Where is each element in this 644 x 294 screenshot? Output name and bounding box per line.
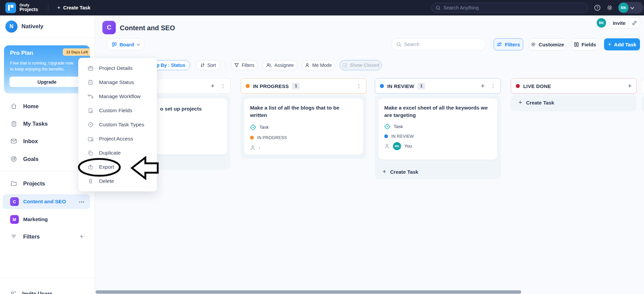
trial-days-badge: 13 Days Left — [63, 48, 90, 56]
add-filter-icon[interactable]: + — [80, 233, 84, 241]
fields-icon — [574, 42, 579, 47]
filters-button[interactable]: Filters — [494, 38, 523, 50]
menu-item-project-access[interactable]: Project Access — [79, 132, 157, 146]
invite-users-button[interactable]: Invite Users — [0, 278, 95, 294]
task-card[interactable]: Make a excel sheet of all the keywords w… — [378, 98, 497, 160]
task-status-label: IN REVIEW — [391, 134, 414, 139]
users-icon — [266, 63, 272, 68]
project-more-icon[interactable]: ••• — [79, 199, 85, 204]
goals-icon — [10, 156, 17, 162]
settings-button[interactable] — [605, 3, 615, 13]
workspace-switcher[interactable]: N Natively — [0, 15, 95, 38]
customize-button[interactable]: Customize — [529, 38, 566, 50]
trash-icon — [87, 178, 94, 184]
task-type-icon — [384, 124, 390, 130]
workspace-name: Natively — [21, 23, 43, 30]
topbar-divider — [48, 4, 48, 11]
project-name: Marketing — [23, 216, 48, 222]
kebab-menu-icon[interactable]: ⋮ — [491, 83, 496, 89]
sidebar-item-filters[interactable]: Filters + — [0, 229, 95, 244]
me-mode-label: Me Mode — [312, 62, 332, 68]
help-icon: ? — [594, 4, 601, 11]
board-search-input[interactable] — [404, 42, 481, 47]
project-context-menu: Project Details Manage Status Manage Wor… — [78, 58, 157, 192]
board-search[interactable] — [391, 38, 486, 50]
top-bar: Orufy Projects + Create Task ? RK — [0, 0, 644, 15]
task-type-label: Task — [394, 124, 403, 129]
gear-icon — [606, 4, 613, 11]
filters-label: Filters — [505, 42, 520, 47]
invite-button[interactable]: Invite — [609, 17, 640, 29]
app-logo[interactable]: Orufy Projects — [0, 2, 38, 13]
sidebar-project-content-and-seo[interactable]: C Content and SEO ••• — [3, 194, 90, 209]
add-card-icon[interactable]: + — [628, 82, 632, 90]
sort-pill[interactable]: Sort — [196, 60, 220, 70]
kebab-menu-icon[interactable]: ⋮ — [220, 83, 226, 89]
menu-item-label: Custom Task Types — [99, 122, 144, 128]
board-label: Board — [119, 42, 134, 47]
show-closed-pill[interactable]: Show Closed — [340, 60, 382, 70]
user-icon — [305, 63, 309, 68]
filter-lines-icon — [10, 234, 17, 240]
task-card[interactable]: Make a list of all the blogs that to be … — [244, 98, 363, 155]
fields-button[interactable]: Fields — [572, 38, 598, 50]
horizontal-scrollbar[interactable] — [96, 290, 521, 294]
search-icon — [436, 5, 441, 10]
copy-icon — [87, 150, 94, 156]
menu-item-manage-status[interactable]: Manage Status — [79, 75, 157, 89]
menu-item-manage-workflow[interactable]: Manage Workflow — [79, 89, 157, 103]
horizontal-scrollbar-track — [96, 290, 644, 294]
pro-plan-desc-line1: Free trial is running, Upgrade now — [10, 60, 73, 66]
sidebar-item-label: Goals — [23, 156, 39, 162]
global-search-input[interactable] — [443, 5, 584, 10]
menu-item-export[interactable]: Export — [79, 160, 157, 174]
invite-label: Invite — [613, 20, 626, 26]
gear-icon — [531, 42, 536, 47]
brand-product: Projects — [19, 7, 38, 12]
checkbox-icon — [342, 63, 347, 68]
task-count-badge: 1 — [292, 83, 300, 90]
member-avatar[interactable]: RK — [597, 18, 606, 28]
toolbar-filters-pill[interactable]: Filters — [231, 60, 258, 70]
plus-icon: + — [518, 99, 522, 106]
add-card-icon[interactable]: + — [481, 82, 485, 90]
group-by-label: up By : Status — [154, 62, 185, 68]
assignee-icon — [250, 145, 255, 151]
export-upload-icon — [87, 164, 94, 170]
folder-user-icon — [87, 136, 94, 142]
column-live-done-header: LIVE DONE + — [511, 78, 637, 94]
create-task-live-done[interactable]: + Create Task — [518, 99, 554, 106]
create-task-button[interactable]: + Create Task — [57, 4, 90, 11]
kebab-menu-icon[interactable]: ⋮ — [356, 83, 361, 89]
folder-icon — [10, 180, 17, 187]
create-task-in-review[interactable]: + Create Task — [383, 168, 418, 175]
menu-item-custom-fields[interactable]: Custom Fields — [79, 103, 157, 118]
column-title: LIVE DONE — [523, 83, 551, 89]
menu-item-delete[interactable]: Delete — [79, 174, 157, 188]
assignee-pill[interactable]: Assignee — [262, 60, 297, 70]
task-count-badge: 1 — [417, 83, 425, 90]
user-menu[interactable]: RK — [618, 2, 643, 13]
menu-item-custom-task-types[interactable]: Custom Task Types — [79, 118, 157, 132]
sidebar-item-label: Projects — [23, 180, 45, 187]
orufy-logo-icon — [5, 2, 16, 13]
project-avatar: M — [10, 215, 19, 224]
menu-item-label: Delete — [99, 178, 114, 184]
add-task-button[interactable]: + Add Task — [604, 38, 640, 50]
sidebar-project-marketing[interactable]: M Marketing — [3, 212, 90, 227]
global-search[interactable] — [431, 3, 588, 13]
add-card-icon[interactable]: + — [211, 82, 214, 90]
plus-icon: + — [57, 4, 60, 11]
next-column-bg-sliver — [641, 96, 644, 112]
help-button[interactable]: ? — [592, 3, 602, 13]
menu-item-duplicate[interactable]: Duplicate — [79, 146, 157, 160]
view-selector-board[interactable]: Board — [107, 38, 145, 50]
project-name: Content and SEO — [23, 199, 66, 205]
menu-item-project-details[interactable]: Project Details — [79, 61, 157, 75]
create-task-label: Create Task — [63, 5, 90, 10]
sliders-icon — [497, 42, 502, 47]
invite-user-icon — [9, 290, 17, 294]
me-mode-pill[interactable]: Me Mode — [302, 60, 335, 70]
home-icon — [10, 103, 17, 110]
upgrade-button[interactable]: Upgrade — [9, 77, 85, 87]
